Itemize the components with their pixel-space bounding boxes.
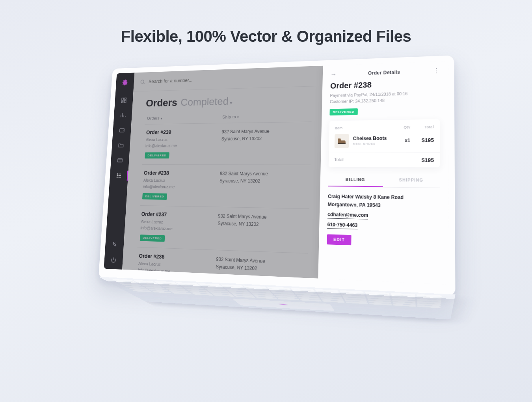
- page-headline: Flexible, 100% Vector & Organized Files: [121, 28, 411, 45]
- chevron-down-icon: ▾: [161, 117, 163, 120]
- app-logo: [121, 78, 130, 87]
- settings-icon[interactable]: [111, 240, 118, 248]
- svg-point-8: [117, 177, 117, 177]
- order-shipping: 932 Saint Marys AvenueSyracuse, NY 13202: [219, 170, 308, 202]
- order-customer: Alexa Lacruzinfo@alexlaruz.me: [143, 177, 219, 190]
- tab-shipping[interactable]: SHIPPING: [383, 173, 440, 187]
- svg-point-6: [117, 174, 117, 174]
- total-value: $195: [422, 157, 434, 163]
- status-badge: DELIVERED: [142, 193, 167, 200]
- order-customer: Alexa Lacruzinfo@alexlaruz.me: [138, 261, 216, 277]
- svg-rect-1: [125, 98, 126, 99]
- status-badge: DELIVERED: [145, 152, 169, 158]
- chevron-down-icon: ▾: [237, 115, 240, 119]
- search-input[interactable]: [149, 73, 316, 84]
- order-shipping: 932 Saint Marys AvenueSyracuse, NY 13202: [217, 212, 307, 246]
- orders-list-icon[interactable]: [115, 172, 123, 179]
- tab-billing[interactable]: BILLING: [328, 173, 383, 187]
- table-row[interactable]: Order #239 Alexa Lacruzinfo@alexlaruz.me…: [142, 121, 312, 164]
- svg-rect-2: [124, 100, 126, 103]
- status-badge: DELIVERED: [329, 108, 357, 115]
- order-shipping: 932 Saint Marys AvenueSyracuse, NY 13202: [221, 127, 309, 158]
- panel-title: Order Details: [368, 69, 400, 76]
- chevron-down-icon: ▾: [228, 100, 233, 106]
- product-qty: x1: [392, 138, 411, 143]
- table-row[interactable]: Order #236 Alexa Lacruzinfo@alexlaruz.me…: [135, 247, 308, 279]
- svg-rect-3: [121, 101, 123, 102]
- trackpad: [232, 298, 335, 311]
- svg-point-9: [113, 242, 114, 244]
- order-number: Order #239: [146, 128, 222, 135]
- order-customer: Alexa Lacruzinfo@alexlaruz.me: [145, 136, 221, 149]
- billing-address: Craig Hafer Walsky 8 Kane RoadMorgantown…: [327, 192, 440, 211]
- col-header-ship[interactable]: Ship to▾: [222, 113, 309, 119]
- status-badge: DELIVERED: [140, 234, 165, 242]
- product-category: MEN, SHOES: [353, 142, 392, 146]
- svg-point-7: [117, 175, 117, 176]
- order-shipping: 932 Saint Marys AvenueSyracuse, NY 13202: [215, 256, 306, 279]
- power-icon[interactable]: [110, 256, 117, 264]
- billing-phone[interactable]: 610-750-4463: [327, 222, 357, 229]
- order-customer: Alexa Lacruzinfo@alexlaruz.me: [140, 218, 218, 233]
- detail-order-number: Order #238: [330, 78, 440, 91]
- col-header-orders[interactable]: Orders▾: [147, 115, 223, 120]
- dashboard-icon[interactable]: [120, 97, 127, 104]
- col-qty: Qty: [392, 125, 410, 129]
- total-label: Total: [334, 157, 344, 163]
- svg-rect-0: [122, 98, 124, 100]
- edit-button[interactable]: EDIT: [327, 234, 352, 246]
- col-total: Total: [410, 125, 434, 129]
- page-title-text: Orders: [145, 97, 177, 109]
- laptop-mockup: Orders Completed ▾ Orders▾ Ship to▾ Orde…: [90, 55, 456, 402]
- svg-rect-5: [117, 159, 122, 162]
- col-item: Item: [335, 125, 392, 130]
- line-item: Chelsea Boots MEN, SHOES x1 $195: [335, 133, 434, 148]
- orders-pane: Orders Completed ▾ Orders▾ Ship to▾ Orde…: [122, 66, 323, 279]
- order-detail-panel: → Order Details ⋮ Order #238 Payment via…: [318, 61, 449, 285]
- search-icon: [140, 79, 145, 85]
- svg-point-11: [141, 80, 144, 83]
- table-row[interactable]: Order #238 Alexa Lacruzinfo@alexlaruz.me…: [140, 164, 311, 208]
- product-name: Chelsea Boots: [353, 136, 392, 141]
- analytics-icon[interactable]: [119, 112, 126, 119]
- back-arrow-icon[interactable]: →: [330, 71, 337, 78]
- detail-meta: Payment via PayPal, 24/11/2018 at 00:16C…: [330, 90, 440, 105]
- items-card: Item Qty Total Chelsea Boots MEN, SHOES: [329, 119, 440, 167]
- product-thumb: [335, 134, 349, 148]
- order-number: Order #238: [144, 170, 220, 176]
- app-screen: Orders Completed ▾ Orders▾ Ship to▾ Orde…: [104, 61, 449, 285]
- table-row[interactable]: Order #237 Alexa Lacruzinfo@alexlaruz.me…: [137, 205, 309, 253]
- wallet-icon[interactable]: [118, 127, 125, 134]
- more-icon[interactable]: ⋮: [433, 67, 440, 75]
- card-icon[interactable]: [116, 157, 123, 164]
- product-total: $195: [410, 137, 434, 143]
- filter-dropdown[interactable]: Completed ▾: [180, 95, 233, 108]
- folder-icon[interactable]: [117, 141, 125, 149]
- page-title: Orders Completed ▾: [145, 93, 312, 109]
- status-badge: DELIVERED: [137, 277, 162, 279]
- indicator-glow: [277, 303, 290, 305]
- order-number: Order #237: [141, 211, 218, 219]
- billing-email[interactable]: cdhafer@me.com: [327, 212, 368, 220]
